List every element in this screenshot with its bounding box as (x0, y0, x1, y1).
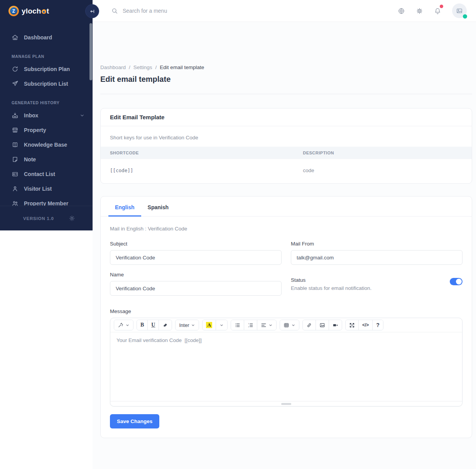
sidebar-item-subscription-plan[interactable]: Subscription Plan (0, 62, 93, 76)
name-input[interactable] (110, 281, 282, 296)
shortcode-card-subtitle: Short keys for use in Verification Code (110, 135, 462, 141)
sidebar-section-manage-plan: MANAGE PLAN (0, 45, 93, 62)
status-label: Status (291, 277, 371, 283)
version-label: VERSION 1.0 (23, 216, 54, 221)
sidebar-item-inbox[interactable]: Inbox (0, 108, 93, 123)
table-dropdown-button[interactable] (280, 320, 299, 330)
eraser-button[interactable] (159, 320, 172, 330)
notification-bell-icon[interactable] (434, 7, 441, 15)
sidebar-item-label: Subscription List (24, 81, 85, 87)
collapse-arrow-icon (89, 8, 96, 15)
breadcrumb-settings[interactable]: Settings (133, 64, 152, 70)
insert-image-button[interactable] (316, 320, 329, 330)
resize-grip (281, 403, 291, 405)
chevron-down-icon (79, 113, 85, 118)
chevron-down-icon (268, 323, 273, 327)
language-globe-icon[interactable] (398, 7, 405, 15)
subject-field-group: Subject (110, 241, 282, 265)
highlight-color-button[interactable]: A (203, 320, 215, 330)
template-card: English Spanish Mail in English : Verifi… (100, 196, 472, 438)
fullscreen-icon (349, 322, 355, 328)
breadcrumb-dashboard[interactable]: Dashboard (100, 64, 126, 70)
fullscreen-button[interactable] (346, 320, 358, 330)
user-avatar[interactable] (452, 3, 467, 18)
search-icon (111, 7, 118, 14)
message-label: Message (110, 308, 462, 314)
editor-toolbar: B U Inter (110, 318, 462, 332)
help-button[interactable]: ? (372, 320, 383, 330)
breadcrumb-current: Edit email template (160, 64, 204, 70)
store-icon (12, 127, 19, 134)
color-dropdown-button[interactable] (216, 320, 227, 330)
ordered-list-button[interactable]: 12 (244, 320, 257, 330)
sidebar-footer: VERSION 1.0 (0, 206, 93, 230)
sidebar-item-dashboard[interactable]: Dashboard (0, 30, 93, 45)
language-tabs: English Spanish (101, 196, 472, 217)
shortcode-cell: [[code]] (101, 159, 294, 183)
sidebar-item-label: Knowledge Base (24, 142, 85, 148)
contact-card-icon (12, 171, 19, 178)
sidebar-collapse-button[interactable] (85, 4, 99, 18)
bold-button[interactable]: B (137, 320, 147, 330)
insert-video-button[interactable] (329, 320, 342, 330)
breadcrumb: Dashboard / Settings / Edit email templa… (100, 64, 472, 70)
search-input[interactable] (123, 8, 285, 14)
magic-wand-dropdown-button[interactable] (114, 320, 133, 330)
sidebar-item-knowledge-base[interactable]: Knowledge Base (0, 137, 93, 152)
brand-logo-icon: Z (8, 6, 19, 16)
align-dropdown-button[interactable] (257, 320, 276, 330)
main-content: Dashboard / Settings / Edit email templa… (93, 22, 476, 469)
bullet-list-button[interactable] (231, 320, 244, 330)
sidebar-item-visitor-list[interactable]: Visitor List (0, 181, 93, 196)
notification-badge-dot (440, 5, 443, 8)
inbox-icon (12, 112, 19, 119)
topbar (93, 0, 476, 22)
subject-input[interactable] (110, 250, 282, 265)
chevron-down-icon (219, 323, 224, 327)
home-icon (12, 34, 19, 41)
save-changes-button[interactable]: Save Changes (110, 414, 159, 428)
subject-label: Subject (110, 241, 282, 247)
status-help-text: Enable status for email notification. (291, 285, 371, 291)
sidebar-item-subscription-list[interactable]: Subscription List (0, 76, 93, 91)
tab-spanish[interactable]: Spanish (141, 199, 175, 217)
editor-resize-bar[interactable] (110, 401, 462, 406)
insert-link-button[interactable] (303, 320, 316, 330)
mail-from-label: Mail From (291, 241, 462, 247)
tab-english[interactable]: English (108, 199, 141, 217)
mail-from-input[interactable] (291, 250, 462, 265)
status-field-group: Status Enable status for email notificat… (291, 272, 462, 296)
shortcode-table: SHORTCODE DESCRIPTION [[code]] code (101, 147, 472, 183)
refresh-icon (12, 66, 19, 73)
message-field-group: Message B U (110, 308, 462, 406)
chevron-down-icon (291, 323, 295, 327)
chevron-down-icon (191, 323, 195, 327)
sidebar-scrollbar-thumb[interactable] (89, 23, 92, 80)
status-toggle[interactable] (450, 278, 462, 285)
sidebar-item-label: Property (24, 127, 85, 133)
settings-gear-icon[interactable] (416, 7, 423, 15)
theme-sun-icon[interactable] (69, 215, 75, 222)
sidebar-item-contact-list[interactable]: Contact List (0, 167, 93, 181)
shortcode-card: Edit Email Template Short keys for use i… (100, 108, 472, 184)
shortcode-table-header-row: SHORTCODE DESCRIPTION (101, 147, 472, 159)
brand-logo[interactable]: Z yloch t (0, 0, 93, 22)
sidebar-item-property[interactable]: Property (0, 123, 93, 137)
eraser-icon (162, 322, 168, 328)
online-status-dot (463, 14, 467, 19)
sidebar-item-note[interactable]: Note (0, 152, 93, 167)
magic-wand-icon (118, 322, 123, 328)
sidebar-section-generated-history: GENERATED HISTORY (0, 91, 93, 108)
bullet-list-icon (235, 322, 240, 328)
message-editor-area[interactable]: Your Email verification Code [[code]] (110, 332, 462, 401)
breadcrumb-separator: / (129, 64, 130, 70)
code-view-button[interactable]: </> (358, 320, 372, 330)
name-field-group: Name (110, 272, 282, 296)
underline-button[interactable]: U (147, 320, 159, 330)
font-family-dropdown[interactable]: Inter (176, 320, 199, 330)
sidebar-item-label: Visitor List (24, 186, 85, 192)
svg-text:2: 2 (248, 325, 249, 327)
column-header-shortcode: SHORTCODE (101, 147, 294, 159)
link-icon (306, 322, 312, 328)
page-divider (100, 94, 472, 94)
